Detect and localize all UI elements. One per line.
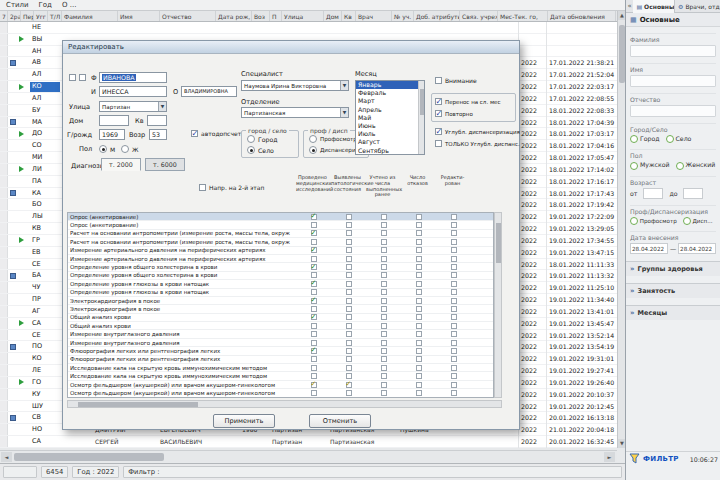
exam-checkbox[interactable] bbox=[311, 230, 317, 236]
column-header[interactable]: Пер bbox=[21, 11, 34, 22]
exam-checkbox[interactable] bbox=[381, 314, 387, 320]
exam-checkbox[interactable] bbox=[381, 239, 387, 245]
autocalc-checkbox[interactable]: автодопсчет bbox=[191, 130, 241, 137]
month-item[interactable]: Июль bbox=[356, 130, 424, 138]
column-header[interactable]: Т/Л bbox=[48, 11, 62, 22]
exam-checkbox[interactable] bbox=[381, 323, 387, 329]
exam-checkbox[interactable] bbox=[311, 289, 317, 295]
exam-checkbox[interactable] bbox=[346, 272, 352, 278]
column-header[interactable]: Дата рож, bbox=[216, 11, 252, 22]
column-header[interactable]: 7 bbox=[0, 11, 8, 22]
column-header[interactable]: Угг bbox=[34, 11, 48, 22]
street-select[interactable]: Партизан▼ bbox=[99, 101, 167, 112]
exam-checkbox[interactable] bbox=[451, 214, 457, 220]
exam-checkbox[interactable] bbox=[346, 340, 352, 346]
apply-button[interactable]: Применить bbox=[213, 414, 275, 428]
list-scrollbar[interactable] bbox=[418, 81, 424, 154]
exam-checkbox[interactable] bbox=[346, 348, 352, 354]
column-header[interactable]: Доб. атрибуты bbox=[414, 11, 460, 22]
column-header[interactable]: 2ра bbox=[8, 11, 21, 22]
exam-checkbox[interactable] bbox=[311, 239, 317, 245]
exam-checkbox[interactable] bbox=[416, 214, 422, 220]
month-listbox[interactable]: ЯнварьФевральМартАпрельМайИюньИюльАвгуст… bbox=[355, 80, 425, 155]
section-main[interactable]: ▦Основные bbox=[626, 13, 720, 27]
exam-checkbox[interactable] bbox=[381, 365, 387, 371]
exam-horizontal-scrollbar[interactable] bbox=[67, 400, 502, 408]
exam-checkbox[interactable] bbox=[311, 356, 317, 362]
exam-checkbox[interactable] bbox=[381, 256, 387, 262]
age-input[interactable]: 53 bbox=[149, 129, 167, 140]
exam-checkbox[interactable] bbox=[451, 348, 457, 354]
scroll-thumb[interactable] bbox=[420, 89, 424, 115]
exam-checkbox[interactable] bbox=[381, 214, 387, 220]
exam-checkbox[interactable] bbox=[346, 239, 352, 245]
exam-checkbox[interactable] bbox=[311, 306, 317, 312]
exam-checkbox[interactable] bbox=[311, 247, 317, 253]
exam-checkbox[interactable] bbox=[346, 214, 352, 220]
column-header[interactable]: Связ. учрежд. bbox=[460, 11, 498, 22]
exam-checkbox[interactable] bbox=[451, 340, 457, 346]
exam-checkbox[interactable] bbox=[416, 314, 422, 320]
cancel-button[interactable]: Отменить bbox=[309, 414, 371, 428]
exam-checkbox[interactable] bbox=[346, 264, 352, 270]
surname-filter-input[interactable] bbox=[630, 45, 716, 57]
exam-checkbox[interactable] bbox=[451, 382, 457, 388]
exam-checkbox[interactable] bbox=[311, 373, 317, 379]
age-from-input[interactable] bbox=[643, 188, 663, 199]
exam-checkbox[interactable] bbox=[346, 222, 352, 228]
exam-checkbox[interactable] bbox=[381, 331, 387, 337]
exam-checkbox[interactable] bbox=[311, 272, 317, 278]
exam-checkbox[interactable] bbox=[451, 298, 457, 304]
deep-checkbox[interactable]: Углубл. диспансеризация bbox=[435, 128, 520, 135]
patronymic-filter-input[interactable] bbox=[630, 105, 716, 117]
exam-checkbox[interactable] bbox=[381, 272, 387, 278]
exam-checkbox[interactable] bbox=[451, 306, 457, 312]
exam-checkbox[interactable] bbox=[346, 323, 352, 329]
stage2-checkbox[interactable]: Напр. на 2-й этап bbox=[199, 184, 264, 191]
exam-checkbox[interactable] bbox=[311, 382, 317, 388]
menu-item[interactable]: О ... bbox=[62, 1, 76, 9]
exam-checkbox[interactable] bbox=[416, 239, 422, 245]
exam-checkbox[interactable] bbox=[311, 298, 317, 304]
exam-checkbox[interactable] bbox=[381, 289, 387, 295]
exam-checkbox[interactable] bbox=[311, 390, 317, 396]
month-item[interactable]: Апрель bbox=[356, 106, 424, 114]
exam-row[interactable]: Осмотр фельдшером (акушеркой) или врачом… bbox=[68, 389, 493, 397]
exam-checkbox[interactable] bbox=[416, 222, 422, 228]
menu-item[interactable]: Стили bbox=[6, 1, 29, 9]
exam-checkbox[interactable] bbox=[381, 340, 387, 346]
exam-checkbox[interactable] bbox=[416, 390, 422, 396]
exam-checkbox[interactable] bbox=[381, 306, 387, 312]
exam-checkbox[interactable] bbox=[346, 256, 352, 262]
section-months[interactable]: »Месяцы bbox=[626, 305, 720, 320]
male-radio[interactable]: Мужской bbox=[630, 161, 670, 169]
exam-checkbox[interactable] bbox=[311, 314, 317, 320]
female-radio[interactable]: Ж bbox=[121, 145, 138, 153]
exam-checkbox[interactable] bbox=[346, 289, 352, 295]
birth-year-input[interactable]: 1969 bbox=[99, 129, 125, 140]
exam-checkbox[interactable] bbox=[346, 365, 352, 371]
flag1-checkbox[interactable] bbox=[69, 74, 76, 81]
exam-checkbox[interactable] bbox=[346, 314, 352, 320]
date-from-input[interactable]: 28.04.2022 bbox=[630, 243, 668, 254]
exam-checkbox[interactable] bbox=[381, 222, 387, 228]
exam-checkbox[interactable] bbox=[381, 348, 387, 354]
exam-checkbox[interactable] bbox=[451, 222, 457, 228]
exam-checkbox[interactable] bbox=[311, 365, 317, 371]
carry-checkbox[interactable]: Перенос на сл. мес bbox=[435, 98, 500, 105]
exam-checkbox[interactable] bbox=[381, 356, 387, 362]
exam-checkbox[interactable] bbox=[416, 306, 422, 312]
village-radio[interactable]: Село bbox=[666, 135, 692, 143]
flag2-checkbox[interactable] bbox=[79, 74, 86, 81]
column-header[interactable]: Врач bbox=[356, 11, 392, 22]
city-radio[interactable]: Город bbox=[630, 135, 660, 143]
scroll-thumb[interactable] bbox=[78, 402, 198, 407]
column-header[interactable]: П bbox=[270, 11, 282, 22]
exam-checkbox[interactable] bbox=[416, 323, 422, 329]
exam-checkbox[interactable] bbox=[451, 256, 457, 262]
exam-checkbox[interactable] bbox=[311, 331, 317, 337]
exam-checkbox[interactable] bbox=[416, 331, 422, 337]
exam-checkbox[interactable] bbox=[381, 382, 387, 388]
month-item[interactable]: Февраль bbox=[356, 89, 424, 97]
exam-checkbox[interactable] bbox=[346, 230, 352, 236]
